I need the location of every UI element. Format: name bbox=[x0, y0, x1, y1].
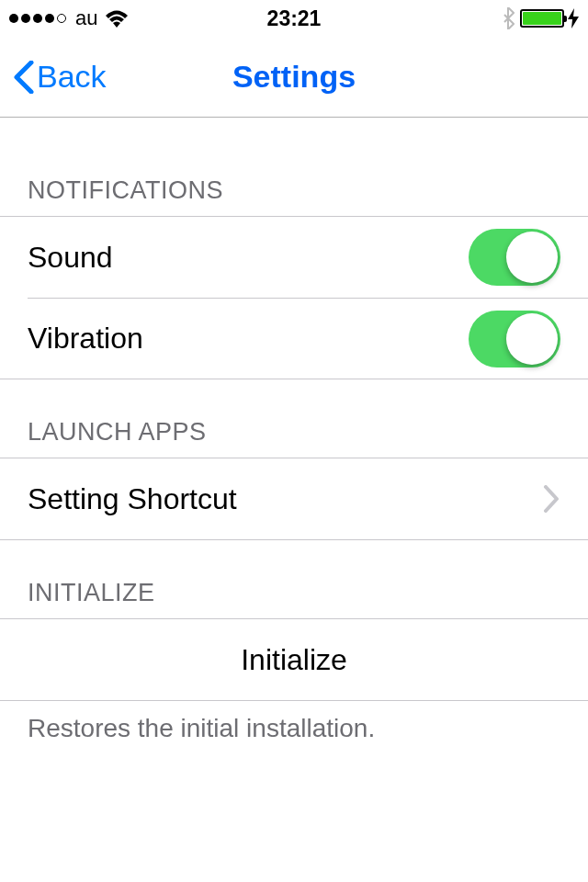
bluetooth-icon bbox=[502, 7, 514, 29]
section-header-notifications: NOTIFICATIONS bbox=[0, 118, 588, 216]
cell-group-notifications: Sound Vibration bbox=[0, 216, 588, 379]
chevron-right-icon bbox=[542, 485, 560, 513]
initialize-button[interactable]: Initialize bbox=[0, 619, 588, 700]
setting-shortcut-label: Setting Shortcut bbox=[28, 482, 237, 516]
back-button[interactable]: Back bbox=[13, 59, 107, 95]
cell-sound: Sound bbox=[0, 217, 588, 298]
sound-toggle[interactable] bbox=[469, 229, 560, 286]
initialize-label: Initialize bbox=[241, 643, 347, 677]
section-header-launch-apps: LAUNCH APPS bbox=[0, 379, 588, 458]
sound-label: Sound bbox=[28, 241, 113, 275]
chevron-left-icon bbox=[13, 61, 35, 94]
status-bar: au 23:21 bbox=[0, 0, 588, 37]
carrier-label: au bbox=[75, 6, 97, 30]
section-header-initialize: INITIALIZE bbox=[0, 540, 588, 618]
cell-vibration: Vibration bbox=[28, 298, 588, 379]
charging-icon bbox=[568, 8, 579, 28]
nav-bar: Back Settings bbox=[0, 37, 588, 118]
cell-setting-shortcut[interactable]: Setting Shortcut bbox=[0, 458, 588, 539]
wifi-icon bbox=[105, 9, 129, 28]
cell-group-launch-apps: Setting Shortcut bbox=[0, 458, 588, 540]
cell-group-initialize: Initialize bbox=[0, 618, 588, 701]
vibration-toggle[interactable] bbox=[469, 311, 560, 368]
back-label: Back bbox=[37, 59, 107, 95]
battery-icon bbox=[520, 9, 564, 28]
toggle-knob bbox=[506, 313, 558, 365]
status-right bbox=[502, 7, 579, 29]
toggle-knob bbox=[506, 232, 558, 283]
signal-strength-icon bbox=[9, 14, 66, 23]
status-left: au bbox=[9, 6, 129, 30]
section-footer-initialize: Restores the initial installation. bbox=[0, 701, 588, 756]
vibration-label: Vibration bbox=[28, 322, 143, 356]
page-title: Settings bbox=[232, 59, 356, 95]
status-time: 23:21 bbox=[267, 6, 322, 31]
